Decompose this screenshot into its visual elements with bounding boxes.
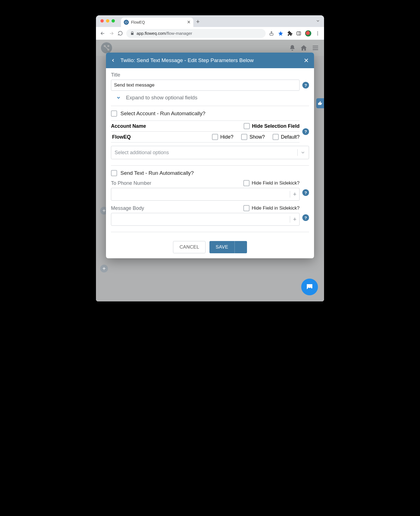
svg-rect-2 xyxy=(297,32,301,35)
help-icon[interactable]: ? xyxy=(302,189,309,196)
svg-point-3 xyxy=(317,31,318,32)
title-input[interactable] xyxy=(111,80,300,91)
tab-bar: FlowEQ ✕ + xyxy=(96,15,324,27)
profile-avatar[interactable] xyxy=(305,30,311,36)
divider xyxy=(111,232,309,232)
address-bar[interactable]: app.floweq.com/flow-manager xyxy=(126,29,266,38)
tab-close-icon[interactable]: ✕ xyxy=(187,20,191,24)
body-hide-checkbox[interactable] xyxy=(243,205,249,211)
panel-icon[interactable] xyxy=(296,31,301,36)
window-controls xyxy=(100,19,115,23)
account-default-label: Default? xyxy=(281,134,300,140)
phone-hide-checkbox[interactable] xyxy=(243,180,249,186)
url-text: app.floweq.com/flow-manager xyxy=(137,31,192,36)
message-body-input[interactable] xyxy=(114,217,287,222)
message-body-label: Message Body xyxy=(111,205,144,211)
lock-icon xyxy=(130,31,134,35)
browser-window: FlowEQ ✕ + app.floweq.com/flow-manager xyxy=(96,15,324,301)
phone-hide-label: Hide Field in Sidekick? xyxy=(252,180,300,186)
expand-optional-toggle[interactable]: Expand to show optional fields xyxy=(111,91,309,106)
send-text-run-auto-checkbox[interactable] xyxy=(111,170,117,176)
divider xyxy=(111,165,309,166)
select-account-run-auto-label: Select Account - Run Automatically? xyxy=(120,110,205,117)
body-add-icon[interactable]: + xyxy=(293,216,297,223)
additional-options-select[interactable]: Select additional options xyxy=(111,146,309,159)
window-maximize-dot[interactable] xyxy=(112,19,115,23)
select-account-run-auto-checkbox[interactable] xyxy=(111,110,117,117)
account-hide-checkbox[interactable] xyxy=(212,134,218,140)
account-show-label: Show? xyxy=(249,134,265,140)
help-icon[interactable]: ? xyxy=(302,128,309,135)
modal-header: Twilio: Send Text Message - Edit Step Pa… xyxy=(106,53,314,68)
canvas-add-node-bottom[interactable]: + xyxy=(100,265,108,272)
save-dropdown-button[interactable] xyxy=(234,241,247,253)
share-icon[interactable] xyxy=(269,31,274,36)
phone-field-group: To Phone Number Hide Field in Sidekick? … xyxy=(111,180,300,201)
browser-tab[interactable]: FlowEQ ✕ xyxy=(121,18,193,27)
account-table: Account Name Hide Selection Field FlowEQ… xyxy=(111,121,300,142)
browser-toolbar: app.floweq.com/flow-manager xyxy=(96,27,324,40)
window-minimize-dot[interactable] xyxy=(106,19,109,23)
help-icon[interactable]: ? xyxy=(302,82,309,89)
extensions-icon[interactable] xyxy=(287,31,292,36)
account-row: FlowEQ Hide? Show? Default xyxy=(111,132,300,142)
toolbar-right xyxy=(269,30,320,36)
hide-selection-label: Hide Selection Field xyxy=(252,123,300,129)
forward-icon[interactable] xyxy=(109,31,114,36)
side-thumb-button[interactable] xyxy=(316,98,324,108)
hide-selection-checkbox[interactable] xyxy=(244,123,250,129)
account-default-checkbox[interactable] xyxy=(273,134,279,140)
kebab-menu-icon[interactable] xyxy=(315,31,320,36)
save-button[interactable]: SAVE xyxy=(209,241,234,253)
cancel-button[interactable]: CANCEL xyxy=(173,241,206,253)
edit-step-modal: Twilio: Send Text Message - Edit Step Pa… xyxy=(106,53,314,258)
message-body-field-group: Message Body Hide Field in Sidekick? + xyxy=(111,205,300,226)
svg-point-4 xyxy=(317,33,318,34)
svg-point-5 xyxy=(317,34,318,35)
new-tab-icon[interactable]: + xyxy=(196,18,200,25)
reload-icon[interactable] xyxy=(118,31,123,36)
expand-label: Expand to show optional fields xyxy=(126,95,197,101)
account-show-checkbox[interactable] xyxy=(241,134,247,140)
window-close-dot[interactable] xyxy=(100,19,104,23)
phone-add-icon[interactable]: + xyxy=(293,191,297,198)
tab-favicon-icon xyxy=(124,20,129,25)
phone-input[interactable] xyxy=(114,191,287,197)
title-label: Title xyxy=(111,72,309,78)
bookmark-star-icon[interactable] xyxy=(278,31,283,36)
send-text-run-auto-label: Send Text - Run Automatically? xyxy=(120,170,194,176)
back-icon[interactable] xyxy=(100,31,105,36)
account-name-header: Account Name xyxy=(111,123,241,129)
chevron-down-icon xyxy=(116,95,121,100)
modal-body: Title ? Expand to show optional fields S… xyxy=(106,68,314,237)
back-chevron-icon[interactable] xyxy=(111,58,115,63)
modal-footer: CANCEL SAVE xyxy=(106,237,314,258)
tabs-dropdown-icon[interactable] xyxy=(316,19,320,23)
page-content: + + Twilio: Send Text Message - Edit Ste… xyxy=(96,40,324,301)
account-hide-label: Hide? xyxy=(220,134,233,140)
close-icon[interactable] xyxy=(303,58,309,63)
divider xyxy=(111,106,309,106)
tab-title: FlowEQ xyxy=(131,20,185,24)
chevron-down-icon xyxy=(300,150,305,155)
chat-help-button[interactable] xyxy=(301,279,318,295)
account-row-name: FlowEQ xyxy=(111,134,209,140)
help-icon[interactable]: ? xyxy=(302,214,309,221)
select-placeholder: Select additional options xyxy=(115,150,295,156)
modal-title: Twilio: Send Text Message - Edit Step Pa… xyxy=(120,57,298,63)
body-hide-label: Hide Field in Sidekick? xyxy=(252,205,300,211)
phone-label: To Phone Number xyxy=(111,180,151,186)
